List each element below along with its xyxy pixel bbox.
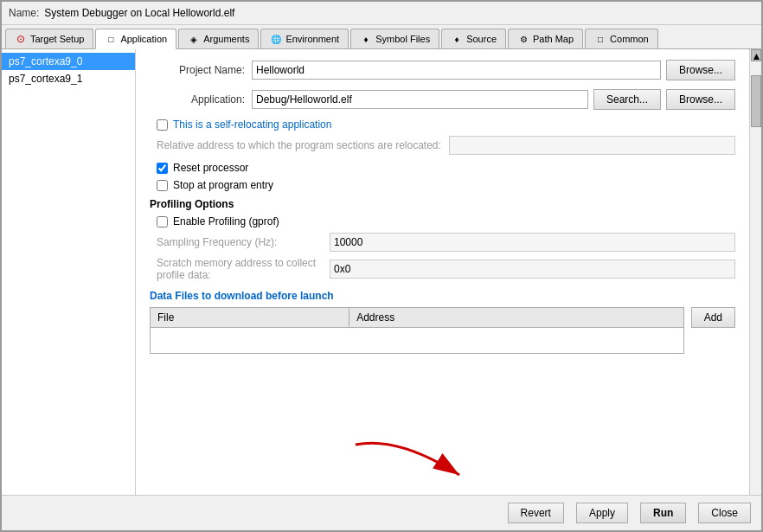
reset-processor-label: Reset processor — [173, 162, 248, 174]
symbol-files-icon: ♦ — [360, 33, 372, 45]
scroll-thumb[interactable] — [751, 75, 761, 127]
project-name-input[interactable] — [252, 61, 661, 80]
project-name-row: Project Name: Browse... — [150, 60, 735, 80]
add-button[interactable]: Add — [691, 307, 735, 328]
tab-arguments-label: Arguments — [203, 34, 249, 44]
tab-environment[interactable]: 🌐 Environment — [260, 29, 349, 48]
application-browse-button[interactable]: Browse... — [666, 89, 735, 110]
application-row: Application: Search... Browse... — [150, 89, 735, 110]
title-label: Name: — [9, 7, 39, 19]
tab-path-map[interactable]: ⚙ Path Map — [508, 29, 583, 48]
tab-source-label: Source — [466, 34, 497, 44]
tab-common[interactable]: □ Common — [585, 29, 658, 48]
relative-address-row: Relative address to which the program se… — [150, 136, 735, 155]
revert-button[interactable]: Revert — [508, 503, 564, 523]
sampling-freq-label: Sampling Frequency (Hz): — [157, 236, 330, 248]
tab-symbol-files-label: Symbol Files — [375, 34, 430, 44]
sidebar-item-0-label: ps7_cortexa9_0 — [9, 55, 82, 67]
tab-environment-label: Environment — [285, 34, 339, 44]
tab-application[interactable]: □ Application — [95, 29, 176, 49]
profiling-title: Profiling Options — [150, 198, 735, 210]
tab-target-setup-label: Target Setup — [30, 34, 84, 44]
sidebar-item-1-label: ps7_cortexa9_1 — [9, 73, 82, 85]
project-name-label: Project Name: — [150, 64, 245, 76]
tab-path-map-label: Path Map — [533, 34, 574, 44]
project-browse-button[interactable]: Browse... — [666, 60, 735, 80]
address-column-header: Address — [349, 308, 684, 328]
close-button[interactable]: Close — [698, 503, 751, 523]
application-label: Application: — [150, 93, 245, 106]
self-relocating-checkbox[interactable] — [157, 119, 168, 131]
enable-profiling-row: Enable Profiling (gprof) — [150, 215, 735, 228]
self-relocating-row: This is a self-relocating application — [150, 119, 735, 131]
reset-processor-checkbox[interactable] — [157, 163, 168, 174]
source-icon: ♦ — [451, 33, 463, 45]
title-value: System Debugger on Local Helloworld.elf — [44, 7, 234, 19]
enable-profiling-label: Enable Profiling (gprof) — [173, 215, 279, 228]
enable-profiling-checkbox[interactable] — [157, 216, 168, 228]
self-relocating-label: This is a self-relocating application — [173, 119, 331, 131]
relative-address-label: Relative address to which the program se… — [157, 139, 442, 151]
common-icon: □ — [594, 33, 606, 45]
path-map-icon: ⚙ — [517, 33, 529, 45]
tab-symbol-files[interactable]: ♦ Symbol Files — [350, 29, 439, 48]
reset-processor-row: Reset processor — [150, 162, 735, 174]
arguments-icon: ◈ — [188, 33, 200, 45]
sidebar: ps7_cortexa9_0 ps7_cortexa9_1 — [2, 49, 136, 495]
sampling-freq-row: Sampling Frequency (Hz): — [150, 233, 735, 252]
application-input[interactable] — [252, 90, 588, 109]
sidebar-item-1[interactable]: ps7_cortexa9_1 — [2, 70, 135, 87]
file-column-header: File — [151, 308, 349, 328]
target-setup-icon: ⊙ — [15, 33, 27, 45]
apply-button[interactable]: Apply — [576, 503, 628, 523]
stop-at-entry-label: Stop at program entry — [173, 179, 273, 191]
data-files-section: Data Files to download before launch Fil… — [150, 290, 735, 354]
main-window: Name: System Debugger on Local Helloworl… — [0, 0, 763, 532]
stop-at-entry-checkbox[interactable] — [157, 180, 168, 191]
content-area: Project Name: Browse... Application: Sea… — [136, 49, 749, 495]
title-bar: Name: System Debugger on Local Helloworl… — [2, 2, 761, 25]
main-content: ps7_cortexa9_0 ps7_cortexa9_1 Project Na… — [2, 49, 761, 495]
run-button[interactable]: Run — [640, 503, 686, 523]
tab-target-setup[interactable]: ⊙ Target Setup — [5, 29, 93, 48]
stop-at-entry-row: Stop at program entry — [150, 179, 735, 191]
scratch-memory-input[interactable] — [330, 260, 735, 279]
scroll-up-arrow[interactable]: ▲ — [751, 49, 761, 61]
application-icon: □ — [105, 33, 117, 45]
data-files-title: Data Files to download before launch — [150, 290, 735, 302]
tab-arguments[interactable]: ◈ Arguments — [178, 29, 259, 48]
relative-address-input — [449, 136, 736, 155]
data-files-table: File Address — [150, 307, 684, 354]
scratch-memory-row: Scratch memory address to collect profil… — [150, 257, 735, 281]
table-row-empty — [151, 328, 684, 354]
environment-icon: 🌐 — [270, 33, 282, 45]
scratch-memory-label: Scratch memory address to collect profil… — [157, 257, 330, 281]
tab-application-label: Application — [120, 34, 167, 44]
scrollbar[interactable]: ▲ — [749, 49, 761, 495]
tab-source[interactable]: ♦ Source — [441, 29, 506, 48]
bottom-bar: Revert Apply Run Close — [2, 495, 761, 530]
sidebar-item-0[interactable]: ps7_cortexa9_0 — [2, 53, 135, 70]
tab-common-label: Common — [610, 34, 649, 44]
sampling-freq-input[interactable] — [330, 233, 735, 252]
search-button[interactable]: Search... — [593, 89, 661, 110]
tabs-bar: ⊙ Target Setup □ Application ◈ Arguments… — [2, 25, 761, 49]
